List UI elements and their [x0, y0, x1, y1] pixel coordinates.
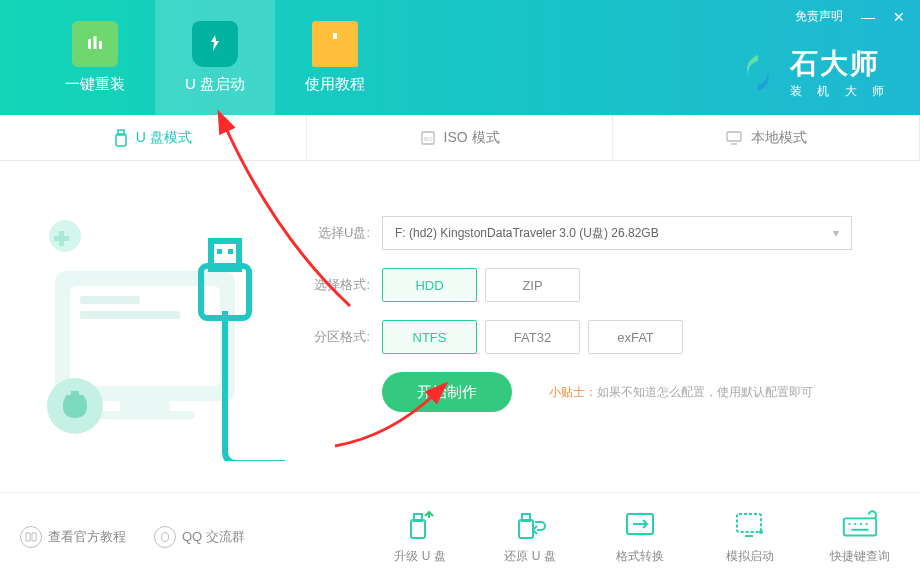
partition-option-fat32[interactable]: FAT32	[485, 320, 580, 354]
usb-boot-icon	[192, 21, 238, 67]
svg-rect-14	[80, 296, 140, 304]
select-format-label: 选择格式:	[310, 276, 370, 294]
svg-rect-15	[80, 311, 180, 319]
tab-reinstall-label: 一键重装	[65, 75, 125, 94]
format-convert-icon	[620, 508, 660, 542]
svg-rect-16	[120, 401, 170, 411]
mode-tab-iso-label: ISO 模式	[444, 129, 500, 147]
action-shortcuts[interactable]: 快捷键查询	[820, 508, 900, 565]
restore-usb-icon	[510, 508, 550, 542]
svg-rect-32	[844, 518, 876, 535]
disclaimer-link[interactable]: 免责声明	[795, 8, 843, 25]
local-mode-icon	[725, 131, 743, 145]
svg-rect-21	[217, 249, 222, 254]
brand-subtitle: 装 机 大 师	[790, 83, 890, 100]
start-button[interactable]: 开始制作	[382, 372, 512, 412]
brand-title: 石大师	[790, 45, 890, 83]
close-button[interactable]: ✕	[893, 9, 905, 25]
mode-tab-usb-label: U 盘模式	[136, 129, 192, 147]
mode-tab-local-label: 本地模式	[751, 129, 807, 147]
svg-rect-9	[727, 132, 741, 141]
svg-rect-0	[88, 39, 91, 49]
reinstall-icon	[72, 21, 118, 67]
format-option-hdd[interactable]: HDD	[382, 268, 477, 302]
partition-format-label: 分区格式:	[310, 328, 370, 346]
svg-rect-29	[737, 514, 761, 532]
action-upgrade-usb[interactable]: 升级 U 盘	[380, 508, 460, 565]
app-header: 免责声明 — ✕ 一键重装 U 盘启动 使用教程	[0, 0, 920, 115]
svg-rect-2	[99, 41, 102, 49]
tab-tutorial-label: 使用教程	[305, 75, 365, 94]
action-simulate-boot[interactable]: 模拟启动	[710, 508, 790, 565]
usb-select-value: F: (hd2) KingstonDataTraveler 3.0 (U盘) 2…	[395, 225, 659, 242]
action-format-convert[interactable]: 格式转换	[600, 508, 680, 565]
tip-text: 小贴士：如果不知道怎么配置，使用默认配置即可	[549, 384, 813, 401]
official-tutorial-link[interactable]: 查看官方教程	[20, 526, 126, 548]
usb-select[interactable]: F: (hd2) KingstonDataTraveler 3.0 (U盘) 2…	[382, 216, 852, 250]
usb-illustration	[25, 211, 285, 451]
mode-tab-local[interactable]: 本地模式	[613, 115, 920, 160]
tab-usb-boot-label: U 盘启动	[185, 75, 245, 94]
partition-option-exfat[interactable]: exFAT	[588, 320, 683, 354]
svg-rect-1	[94, 36, 97, 49]
iso-mode-icon: ISO	[420, 130, 436, 146]
brand-icon	[736, 51, 780, 95]
format-option-zip[interactable]: ZIP	[485, 268, 580, 302]
tab-tutorial[interactable]: 使用教程	[275, 0, 395, 115]
tutorial-icon	[312, 21, 358, 67]
action-restore-usb[interactable]: 还原 U 盘	[490, 508, 570, 565]
usb-mode-icon	[114, 129, 128, 147]
partition-option-ntfs[interactable]: NTFS	[382, 320, 477, 354]
svg-rect-4	[333, 33, 337, 39]
keyboard-icon	[840, 508, 880, 542]
svg-rect-17	[95, 411, 195, 419]
mode-tab-iso[interactable]: ISO ISO 模式	[307, 115, 614, 160]
qq-icon	[154, 526, 176, 548]
brand-logo: 石大师 装 机 大 师	[736, 45, 890, 100]
tip-label: 小贴士：	[549, 385, 597, 399]
svg-rect-24	[411, 520, 425, 538]
chevron-down-icon: ▾	[833, 226, 839, 240]
svg-rect-22	[228, 249, 233, 254]
simulate-boot-icon	[730, 508, 770, 542]
qq-group-link[interactable]: QQ 交流群	[154, 526, 245, 548]
svg-text:ISO: ISO	[423, 136, 432, 142]
book-icon	[20, 526, 42, 548]
tab-usb-boot[interactable]: U 盘启动	[155, 0, 275, 115]
tab-reinstall[interactable]: 一键重装	[35, 0, 155, 115]
select-usb-label: 选择U盘:	[310, 224, 370, 242]
minimize-button[interactable]: —	[861, 9, 875, 25]
svg-rect-5	[116, 134, 126, 146]
svg-rect-26	[519, 520, 533, 538]
mode-tab-usb[interactable]: U 盘模式	[0, 115, 307, 160]
svg-rect-6	[118, 130, 124, 135]
svg-point-23	[162, 532, 169, 541]
svg-point-30	[759, 530, 763, 534]
upgrade-usb-icon	[400, 508, 440, 542]
